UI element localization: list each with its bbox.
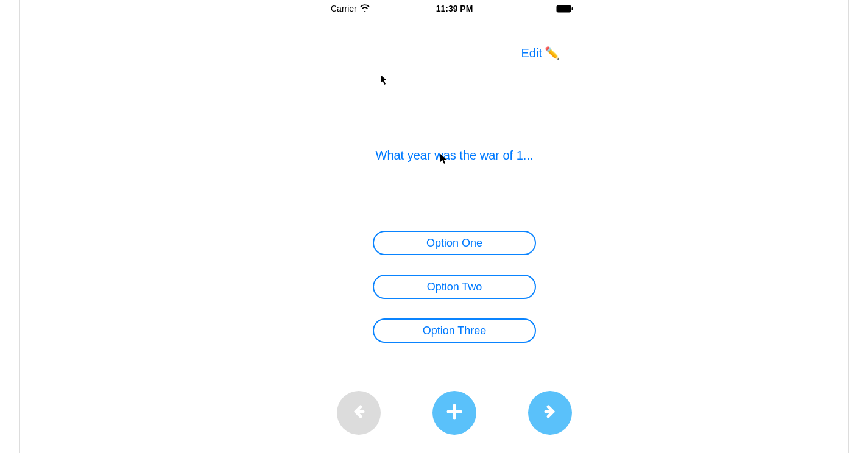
arrow-left-icon — [350, 403, 367, 423]
previous-button — [337, 391, 381, 435]
pencil-icon: ✏️ — [545, 46, 560, 60]
edit-button[interactable]: Edit ✏️ — [521, 46, 560, 60]
status-bar: Carrier 11:39 PM — [330, 2, 579, 15]
arrow-right-icon — [542, 403, 559, 423]
option-three-button[interactable]: Option Three — [373, 318, 536, 343]
plus-icon — [445, 402, 464, 423]
next-button[interactable] — [528, 391, 572, 435]
app-frame: Carrier 11:39 PM Edit — [19, 0, 849, 453]
carrier-label: Carrier — [331, 4, 370, 13]
edit-label: Edit — [521, 46, 542, 60]
option-one-button[interactable]: Option One — [373, 231, 536, 255]
svg-rect-0 — [557, 5, 571, 12]
options-list: Option One Option Two Option Three — [330, 231, 579, 343]
status-time: 11:39 PM — [436, 4, 473, 13]
option-two-button[interactable]: Option Two — [373, 275, 536, 299]
wifi-icon — [360, 4, 370, 13]
question-text: What year was the war of 1... — [330, 149, 579, 163]
option-label: Option Three — [423, 325, 487, 337]
option-label: Option One — [426, 237, 482, 250]
bottom-action-bar — [330, 391, 579, 435]
add-button[interactable] — [432, 391, 476, 435]
device-screen: Carrier 11:39 PM Edit — [330, 0, 579, 453]
nav-bar: Edit ✏️ — [330, 44, 579, 62]
carrier-text: Carrier — [331, 4, 357, 13]
battery-icon — [556, 5, 573, 13]
option-label: Option Two — [427, 281, 482, 293]
svg-rect-1 — [572, 7, 573, 10]
